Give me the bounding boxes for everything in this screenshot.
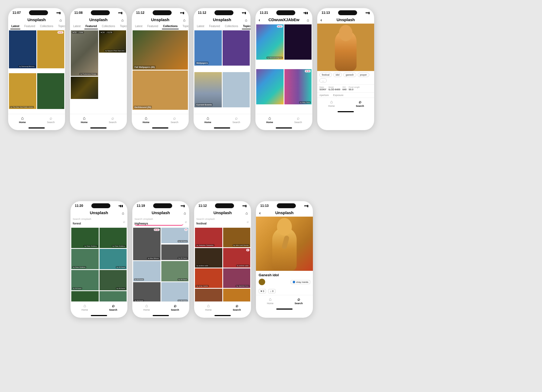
- download-btn-10[interactable]: ↓ 0: [268, 289, 275, 293]
- highway-3a[interactable]: by Ali Kazal: [133, 282, 161, 301]
- search-input-7[interactable]: [73, 222, 121, 225]
- back-icon-5[interactable]: ‹: [259, 18, 260, 23]
- bottom-search-2[interactable]: ⌕Search: [98, 116, 127, 124]
- photo-cell-forest1[interactable]: [37, 73, 65, 109]
- highway-tall[interactable]: ♥ 32 by Max Böhme: [133, 228, 161, 260]
- photo-cell-nypl-top[interactable]: ♥ 41: [37, 30, 65, 68]
- photo-cell-room[interactable]: ♥ 53 ↓ 8.4k by Prydumano Design: [71, 30, 98, 76]
- bottom-home-2[interactable]: ⌂Home: [70, 116, 98, 124]
- tab-topics-1[interactable]: Topics: [57, 24, 65, 29]
- fest-7[interactable]: by Jasmine Coro: [195, 289, 222, 301]
- forest-6[interactable]: by Ali Kazal: [100, 270, 127, 290]
- like-btn-10[interactable]: ♥ 0: [259, 289, 266, 293]
- photo-cell-tunnel-bot[interactable]: [71, 77, 98, 99]
- bottom-home-1[interactable]: ⌂Home: [8, 116, 37, 124]
- bottom-home-7[interactable]: ⌂Home: [70, 303, 99, 311]
- search-icon-8[interactable]: ⌕: [185, 220, 187, 224]
- search-icon-7[interactable]: ⌕: [123, 220, 125, 224]
- tab-featured-4[interactable]: Featured: [208, 24, 221, 29]
- bottom-search-6[interactable]: ⌕Search: [346, 99, 374, 107]
- tag-more[interactable]: …: [319, 78, 327, 83]
- ganesh-photo-10[interactable]: [256, 217, 313, 271]
- highway-tr[interactable]: ♥ by Ali Kazal: [161, 228, 189, 243]
- fest-3[interactable]: by andrew salok: [195, 248, 222, 268]
- tag-prayer[interactable]: prayer: [358, 73, 370, 77]
- bottom-search-1[interactable]: ⌕Search: [37, 116, 65, 124]
- bottom-search-5[interactable]: ⌕Search: [284, 116, 312, 124]
- forest-5[interactable]: by Ali Kazal: [71, 270, 99, 290]
- fest-8[interactable]: by vinay manda: [223, 289, 251, 301]
- highway-br-top[interactable]: by Ali Kazal: [161, 245, 189, 260]
- tab-featured-3[interactable]: Featured: [146, 24, 159, 29]
- photo-cell-nypl-bot[interactable]: by The New York Public Library: [9, 73, 36, 109]
- photo-cell-samsung[interactable]: by Samsung Memory: [9, 30, 36, 68]
- coll-holo1[interactable]: ♥ 62 by BoliviaInteligente: [256, 24, 284, 60]
- photo-cell-tunnel-top[interactable]: ♥ 24 ↓ 6.17k by Nguyen Phan Nam Anh: [99, 30, 126, 53]
- forest-3[interactable]: by Peter Robbins: [71, 249, 99, 269]
- tag-festival[interactable]: festival: [319, 73, 332, 77]
- tab-collections-1[interactable]: Collections: [39, 24, 54, 29]
- home-icon-1[interactable]: ⌂: [60, 18, 62, 22]
- tab-featured-2[interactable]: Featured: [84, 24, 98, 29]
- tab-collections-4[interactable]: Collections: [224, 24, 239, 29]
- search-input-9[interactable]: [196, 222, 245, 225]
- search-input-8[interactable]: [134, 222, 183, 226]
- bottom-home-3[interactable]: ⌂Home: [132, 116, 160, 124]
- collection-earthbound[interactable]: Earthbound (50): [133, 70, 188, 110]
- bottom-search-3[interactable]: ⌕Search: [160, 116, 189, 124]
- tab-collections-2[interactable]: Collections: [101, 24, 116, 29]
- tag-idol[interactable]: idol: [333, 73, 342, 77]
- fest-1[interactable]: by Vladyslav Tobolenko: [195, 228, 222, 247]
- fest-6[interactable]: by Jasmine Coro: [223, 268, 251, 288]
- tab-latest-3[interactable]: Latest: [134, 24, 143, 29]
- coll-neon1[interactable]: [284, 24, 312, 60]
- topic-events[interactable]: Current Events: [194, 72, 222, 107]
- tab-topics-4[interactable]: Topics: [242, 24, 251, 29]
- forest-4[interactable]: by Ali Kazal: [100, 249, 127, 269]
- search-icon-9[interactable]: ⌕: [247, 220, 249, 224]
- bottom-home-5[interactable]: ⌂Home: [255, 116, 284, 124]
- highway-2a[interactable]: by Ali Kazal: [133, 261, 161, 281]
- tab-latest-2[interactable]: Latest: [72, 24, 82, 29]
- bottom-search-4[interactable]: ⌕Search: [222, 116, 251, 124]
- home-icon-5[interactable]: ⌂: [307, 18, 309, 22]
- forest-1[interactable]: by Peter Robbins: [71, 228, 99, 248]
- coll-holo2[interactable]: [256, 69, 284, 104]
- fest-2[interactable]: by John Lord Vicente: [223, 228, 251, 247]
- fest-5[interactable]: by vinay manda: [195, 268, 222, 288]
- bottom-search-8[interactable]: ⌕Search: [161, 303, 189, 311]
- home-icon-3[interactable]: ⌂: [183, 18, 185, 22]
- bottom-home-8[interactable]: ⌂Home: [132, 303, 161, 311]
- bottom-home-10[interactable]: ⌂Home: [256, 297, 284, 305]
- bottom-home-4[interactable]: ⌂Home: [194, 116, 222, 124]
- fest-4[interactable]: ♥ by andrew salok: [223, 248, 251, 268]
- tab-latest-4[interactable]: Latest: [196, 24, 205, 29]
- tab-latest-1[interactable]: Latest: [10, 24, 20, 29]
- bottom-home-6[interactable]: ⌂Home: [317, 99, 346, 107]
- bottom-search-10[interactable]: ⌕Search: [284, 297, 313, 305]
- forest-7[interactable]: by Ali Kazal Grotto Creek: [71, 291, 99, 301]
- home-icon-7[interactable]: ⌂: [122, 211, 124, 215]
- topic-wallpapers[interactable]: Wallpapers: [194, 30, 222, 66]
- bottom-search-9[interactable]: ⌕Search: [223, 303, 251, 311]
- tab-topics-2[interactable]: Topics: [119, 24, 127, 29]
- tab-topics-3[interactable]: Topics: [181, 24, 189, 29]
- tag-ganesh[interactable]: ganesh: [343, 73, 356, 77]
- home-icon-2[interactable]: ⌂: [121, 18, 124, 22]
- home-icon-4[interactable]: ⌂: [245, 18, 247, 22]
- back-icon-6[interactable]: ‹: [320, 18, 322, 23]
- highway-2b[interactable]: by Ali Kazal: [161, 261, 189, 281]
- collection-fall[interactable]: Fall Wallpapers (80): [133, 30, 188, 70]
- coll-neon2[interactable]: ♥ 26 by Nilay Tesla: [284, 69, 312, 104]
- forest-8[interactable]: by Ali Kazal: [100, 291, 127, 301]
- ganesh-photo-6[interactable]: [317, 24, 374, 71]
- follow-btn-10[interactable]: 🔵 vinay manda: [291, 280, 310, 284]
- topic-circle[interactable]: [223, 30, 250, 66]
- tab-collections-3[interactable]: Collections: [162, 24, 179, 29]
- highway-3b[interactable]: by Ali Kazal: [161, 282, 189, 301]
- forest-2[interactable]: by Peter Robbins: [100, 228, 127, 248]
- home-icon-9[interactable]: ⌂: [246, 211, 248, 215]
- tab-featured-1[interactable]: Featured: [23, 24, 36, 29]
- bottom-home-9[interactable]: ⌂Home: [194, 303, 223, 311]
- bottom-search-7[interactable]: ⌕Search: [99, 303, 127, 311]
